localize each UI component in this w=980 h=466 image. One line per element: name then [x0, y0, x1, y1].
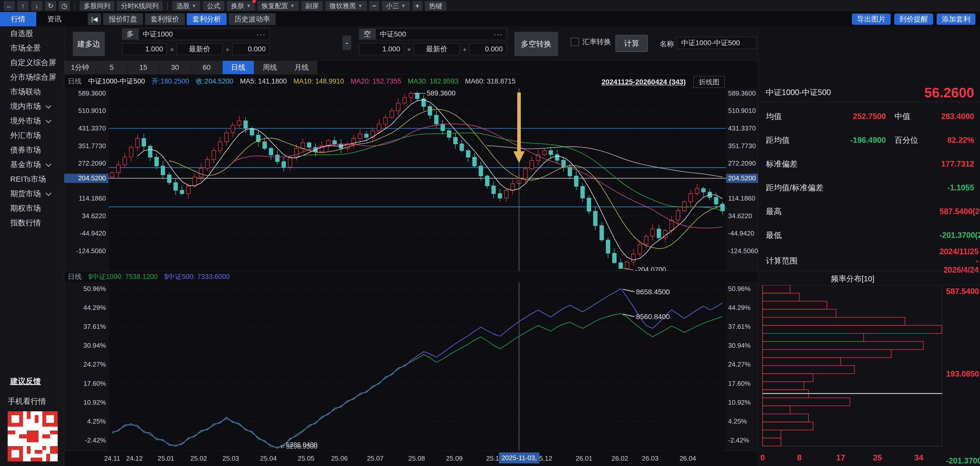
top-toolbar: ←↑↓↻◷多股同列分时K线同列选股▼公式换肤▼恢复配置▼副屏微软雅黑▼−小三▼+…: [0, 0, 980, 12]
stat-value: 82.22%: [939, 136, 974, 145]
tab-bar: 行情资讯 |◀ 报价盯盘套利报价套利分析历史波动率 导出图片到价提醒添加套利: [0, 12, 980, 27]
refresh-icon[interactable]: ↻: [45, 1, 56, 11]
line-chart-toggle-button[interactable]: 折线图: [694, 76, 725, 88]
down-icon[interactable]: ↓: [31, 1, 42, 11]
sidebar-item-基金市场[interactable]: 基金市场: [0, 157, 64, 172]
dropdown-caret-icon: ▼: [358, 3, 363, 9]
histogram-canvas: [758, 285, 980, 451]
sidebar-item-自定义综合屏[interactable]: 自定义综合屏: [0, 56, 64, 70]
overlay-chart-canvas[interactable]: 8658.45008560.8400←5286.0400←5296.9300: [108, 282, 726, 451]
date-label-25.09: 25.09: [446, 455, 463, 463]
sidebar-bottom: 建议反馈 手机看行情: [0, 376, 64, 463]
stat-value: 2024/11/25 - 2026/4/24: [939, 247, 978, 274]
date-label-26.01: 26.01: [576, 455, 592, 463]
fx-convert-checkbox[interactable]: [571, 38, 579, 46]
timeframe-周线[interactable]: 周线: [254, 61, 286, 74]
chart-period: 日线: [68, 77, 82, 86]
main-chart-canvas[interactable]: 589.3600-204.0700: [108, 88, 726, 271]
timeframe-1分钟[interactable]: 1分钟: [64, 61, 96, 74]
stat-label: 最高: [766, 206, 939, 217]
toolbar-button-−[interactable]: −: [369, 1, 379, 11]
page-tab-套利报价[interactable]: 套利报价: [145, 13, 185, 25]
leg1-qty-input[interactable]: 1.000: [122, 43, 167, 55]
stat-value: 587.5400(2025/8/19): [939, 207, 980, 216]
sidebar-item-市场全景[interactable]: 市场全景: [0, 41, 64, 56]
toolbar-button-副屏[interactable]: 副屏: [301, 1, 323, 11]
build-multi-leg-button[interactable]: 建多边: [73, 32, 105, 56]
page-tab-报价盯盘[interactable]: 报价盯盘: [103, 13, 143, 25]
sidebar-item-REITs市场[interactable]: REITs市场: [0, 172, 64, 187]
timeframe-60[interactable]: 60: [191, 61, 223, 74]
page-tab-历史波动率[interactable]: 历史波动率: [229, 13, 275, 25]
tab-行情[interactable]: 行情: [0, 12, 36, 26]
histogram-title: 频率分布[10]: [758, 274, 947, 284]
history-clock-icon[interactable]: ◷: [59, 1, 70, 11]
sidebar-item-境外市场[interactable]: 境外市场: [0, 114, 64, 128]
date-label-24.11: 24.11: [104, 455, 120, 463]
action-button-添加套利[interactable]: 添加套利: [937, 14, 975, 25]
leg2-side-badge: 空: [359, 28, 375, 40]
toolbar-button-微软雅黑[interactable]: 微软雅黑▼: [325, 1, 367, 11]
sidebar-item-期权市场[interactable]: 期权市场: [0, 201, 64, 215]
sidebar-item-市场联动[interactable]: 市场联动: [0, 85, 64, 99]
page-tab-套利分析[interactable]: 套利分析: [187, 13, 227, 25]
date-range-link[interactable]: 20241125-20260424 (343): [601, 78, 686, 86]
swap-long-short-button[interactable]: 多空转换: [514, 32, 558, 56]
calculate-button[interactable]: 计算: [616, 35, 648, 52]
leg2-qty-input[interactable]: 1.000: [359, 43, 404, 55]
leg1-symbol-input[interactable]: 中证1000 ···: [138, 28, 269, 40]
tab-资讯[interactable]: 资讯: [36, 12, 73, 26]
leg1-symbol: 中证1000: [143, 29, 173, 39]
timeframe-30[interactable]: 30: [159, 61, 191, 74]
leg1-offset-input[interactable]: 0.000: [232, 43, 269, 55]
back-icon[interactable]: ←: [3, 1, 15, 11]
sidebar-item-自选股[interactable]: 自选股: [0, 26, 64, 41]
sidebar-item-分市场综合屏[interactable]: 分市场综合屏: [0, 70, 64, 85]
timeframe-月线[interactable]: 月线: [286, 61, 318, 74]
leg2-mult-sign: ×: [407, 46, 411, 54]
toolbar-divider: [167, 2, 168, 10]
leg2-price-select[interactable]: 最新价: [414, 43, 460, 55]
date-label-25.02: 25.02: [190, 455, 207, 463]
toolbar-button-选股[interactable]: 选股▼: [172, 1, 200, 11]
toolbar-button-小三[interactable]: 小三▼: [382, 1, 410, 11]
collapse-sidebar-icon[interactable]: |◀: [88, 13, 101, 25]
up-icon[interactable]: ↑: [18, 1, 29, 11]
toolbar-divider: [75, 2, 75, 10]
notification-dot: [252, 0, 256, 3]
stat-label: 中值: [886, 111, 939, 122]
spread-operator[interactable]: -: [342, 35, 351, 50]
toolbar-button-公式[interactable]: 公式: [203, 1, 224, 11]
spread-name-input[interactable]: 中证1000-中证500: [677, 37, 756, 49]
toolbar-button-热键[interactable]: 热键: [425, 1, 446, 11]
stat-label: 距均值: [766, 135, 830, 145]
action-button-导出图片[interactable]: 导出图片: [852, 14, 891, 25]
sidebar-item-外汇市场[interactable]: 外汇市场: [0, 128, 64, 143]
toolbar-button-分时K线同列[interactable]: 分时K线同列: [117, 1, 162, 11]
sidebar-item-指数行情[interactable]: 指数行情: [0, 215, 64, 230]
leg2-more-button[interactable]: ···: [493, 30, 506, 38]
overlay-y-label: 4.25%: [728, 417, 747, 425]
toolbar-button-多股同列[interactable]: 多股同列: [80, 1, 115, 11]
overlay-y-label: 17.60%: [83, 380, 106, 388]
page-tabs: 报价盯盘套利报价套利分析历史波动率: [101, 13, 275, 25]
sidebar-item-境内市场[interactable]: 境内市场: [0, 99, 64, 114]
feedback-link[interactable]: 建议反馈: [0, 376, 64, 386]
date-axis: 24.1124.1225.0125.0225.0325.0425.0525.06…: [64, 451, 758, 466]
fx-convert-row: 汇率转换: [571, 37, 611, 47]
toolbar-button-+[interactable]: +: [412, 1, 422, 11]
timeframe-15[interactable]: 15: [127, 61, 159, 74]
toolbar-button-换肤[interactable]: 换肤▼: [227, 1, 255, 11]
leg2-offset-input[interactable]: 0.000: [469, 43, 507, 55]
action-button-到价提醒[interactable]: 到价提醒: [894, 14, 933, 25]
timeframe-5[interactable]: 5: [96, 61, 127, 74]
sidebar-item-期货市场[interactable]: 期货市场: [0, 187, 64, 201]
sidebar-item-债券市场[interactable]: 债券市场: [0, 143, 64, 157]
y-axis-label: -44.9420: [80, 230, 106, 237]
dropdown-caret-icon: ▼: [246, 3, 251, 9]
leg2-symbol-input[interactable]: 中证500 ···: [375, 28, 507, 40]
toolbar-button-恢复配置[interactable]: 恢复配置▼: [258, 1, 299, 11]
leg1-price-select[interactable]: 最新价: [177, 43, 223, 55]
leg1-more-button[interactable]: ···: [256, 30, 269, 38]
timeframe-日线[interactable]: 日线: [223, 61, 254, 74]
